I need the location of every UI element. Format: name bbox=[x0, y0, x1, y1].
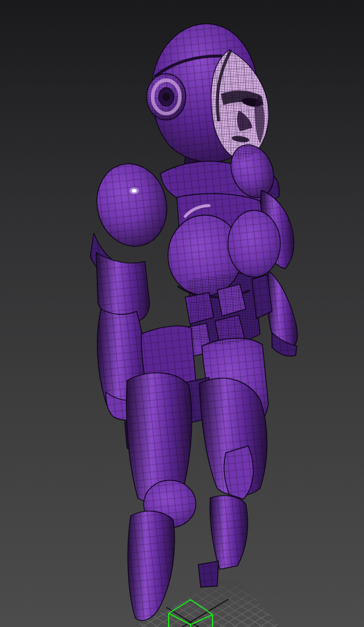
specular-dot bbox=[132, 189, 137, 193]
viewport-canvas[interactable]: ground reference grid female cyborg char… bbox=[0, 0, 364, 627]
left-calf bbox=[128, 511, 175, 620]
right-foot bbox=[198, 561, 219, 587]
viewport-3d[interactable]: ground reference grid female cyborg char… bbox=[0, 0, 364, 627]
right-calf bbox=[210, 496, 248, 569]
ear-center bbox=[163, 93, 170, 101]
character-model[interactable]: female cyborg character mesh (wireframe … bbox=[0, 0, 364, 627]
chest-dome-right bbox=[228, 210, 280, 277]
left-pauldron bbox=[88, 156, 175, 254]
right-knee-pad bbox=[224, 446, 253, 499]
